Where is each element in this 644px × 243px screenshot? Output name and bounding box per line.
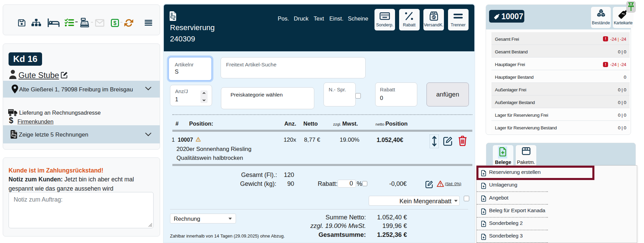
svg-text:$: $ [433, 15, 435, 19]
svg-text:$: $ [114, 20, 117, 26]
